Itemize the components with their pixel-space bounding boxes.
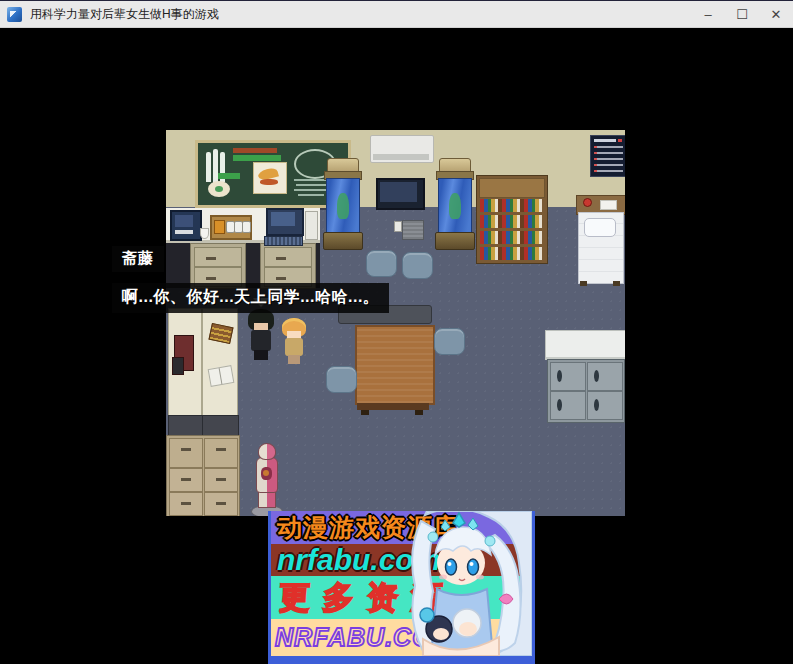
poster-sketch [260,179,278,185]
drawer-handle [276,277,286,280]
calendar-header-dot [618,139,622,142]
table-skirt [357,403,429,410]
floor-cushion [402,252,433,279]
tissue-box [600,200,617,210]
calendar-header [594,139,616,142]
cabinet-handle [181,448,191,451]
character-legs [254,350,268,360]
table-leg [361,410,369,415]
instrument-panel [210,215,252,240]
close-icon[interactable]: ✕ [759,1,793,27]
kitchen-door [550,362,586,391]
minimize-icon[interactable]: – [691,1,725,27]
calendar-sundays [594,145,597,172]
lab-analyzer [170,210,202,241]
model-head [258,443,276,460]
tube-glass [326,178,360,235]
flask [200,228,209,239]
book-row [480,199,542,212]
specimen-tube [323,158,361,250]
kitchen-counter [545,330,625,425]
side-table [168,308,202,417]
tube-glass [438,178,472,235]
side-table [202,308,238,417]
chalkboard-poster [253,162,287,194]
drawer-handle [181,502,191,505]
table-top [355,325,435,405]
wall-monitor [376,178,425,210]
table-leg [415,410,423,415]
computer-tower [305,211,318,240]
drawer-handle [216,502,226,505]
chalkboard-drawing [206,152,211,182]
floor-cushion [326,366,357,393]
cabinet-door [204,438,238,468]
floor-box [402,220,424,240]
window-title: 用科学力量对后辈女生做H事的游戏 [30,6,219,23]
instrument-dial [242,221,251,233]
bed-leg [580,281,587,286]
specimen-tube [435,158,473,250]
chalk-writing [296,184,326,186]
window-controls: – ☐ ✕ [691,1,793,27]
cabinet-handle [216,448,226,451]
book-row [480,247,542,260]
model-torso [256,457,278,493]
app-icon [7,7,22,22]
drawer-handle [181,478,191,481]
lab-equipment [172,357,184,375]
drawer-handle [216,478,226,481]
table-base [202,415,239,437]
anatomy-model [248,443,284,516]
book [208,323,233,344]
chalkboard-drawing [233,148,277,153]
chalkboard-drawing [233,155,281,161]
wooden-table [355,325,431,413]
wall-calendar [590,135,625,177]
game-viewport[interactable] [166,130,625,516]
computer-keyboard [264,236,303,246]
open-book [208,365,235,387]
dialog-message-box[interactable]: 啊...你、你好...天上同学...哈哈...。 [112,283,389,313]
filing-cabinet [166,435,240,516]
kitchen-countertop [545,330,625,360]
floor-cushion [434,328,465,355]
tube-creature [449,193,461,219]
kitchen-cabinet [547,359,625,423]
bed-leg [613,281,620,286]
anime-mascot-illustration [387,511,532,656]
air-conditioner [370,135,434,163]
tube-creature [337,193,349,219]
small-bottle [394,221,402,232]
dialog-name-box: 斋藤 [112,246,164,272]
drawer [194,247,242,267]
cabinet-drawer [169,492,203,516]
cabinet-drawer [169,468,203,492]
drawer-handle [276,257,286,260]
book-row [480,231,542,244]
table-base [168,415,203,437]
instrument-window [214,220,225,234]
tube-base [323,232,363,250]
maximize-icon[interactable]: ☐ [725,1,759,27]
kitchen-door [587,391,623,420]
bed-pillow [584,218,616,237]
model-organs [261,467,272,480]
bookshelf [476,175,548,264]
npc-character[interactable] [280,313,308,367]
calendar-grid [594,145,623,172]
application-window: 用科学力量对后辈女生做H事的游戏 – ☐ ✕ [0,0,793,664]
bed [576,195,624,287]
drawer-handle [206,277,216,280]
cabinet-drawer [204,492,238,516]
cabinet-door [169,438,203,468]
chalkboard-diagram [208,181,230,197]
kitchen-door [587,362,623,391]
watermark-banner: 动漫游戏资源库 nrfabu.com 更多资源 NRFABU.COM [268,511,535,664]
character-body [285,338,303,356]
title-bar[interactable]: 用科学力量对后辈女生做H事的游戏 – ☐ ✕ [0,0,793,28]
bookshelf-top [479,178,545,198]
character-body [251,330,271,351]
tube-base [435,232,475,250]
chalk-writing [298,194,324,196]
